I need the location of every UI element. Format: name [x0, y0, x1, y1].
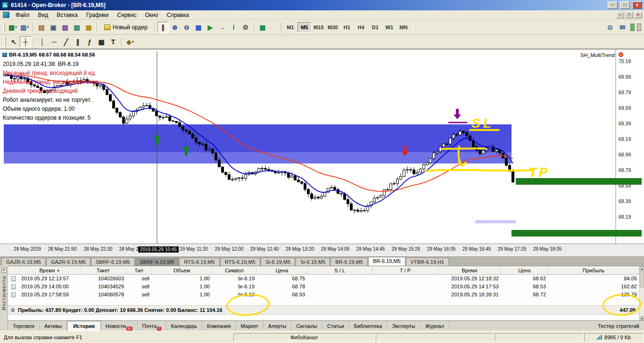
history-row[interactable]: 2019.05.29 12:13:57104026603sell1.00br-6… — [8, 275, 639, 283]
data-window-button[interactable]: ▣ — [48, 22, 59, 33]
menu-view[interactable]: Вид — [34, 11, 53, 19]
timeframe-m5-button[interactable]: M5 — [297, 22, 312, 33]
column-header-7[interactable]: S / L — [307, 266, 372, 274]
chart-tab-gazr-6-19-m5[interactable]: GAZR-6.19,M5 — [1, 258, 46, 266]
terminal-tab-активы[interactable]: Активы — [40, 321, 67, 331]
chat-button[interactable]: ✉ — [617, 22, 628, 33]
menu-charts[interactable]: Графики — [82, 11, 113, 19]
cursor-tool-button[interactable]: ↖ — [8, 36, 19, 48]
column-header-4[interactable]: Объем — [152, 266, 212, 274]
menu-help[interactable]: Справка — [163, 11, 193, 19]
terminal-panel-button[interactable]: ▨ — [71, 22, 83, 33]
terminal-tab-торговля[interactable]: Торговля — [8, 321, 40, 331]
timeframe-d1-button[interactable]: D1 — [368, 22, 382, 33]
chart-tab-rts-6-19-m5[interactable]: RTS-6.19,M5 — [179, 258, 219, 266]
search-button[interactable]: ⊙ — [604, 22, 616, 33]
shapes-tool-button[interactable]: ◆▾ — [124, 36, 136, 48]
tile-windows-button[interactable]: ▦ — [193, 22, 204, 33]
timeframe-m15-button[interactable]: M15 — [312, 22, 326, 33]
column-header-3[interactable]: Тип — [126, 266, 152, 274]
terminal-tab-маркет[interactable]: Маркет — [236, 321, 263, 331]
scroll-up-icon[interactable]: ▲ — [640, 266, 644, 271]
chart-tab-rts-6-19-m5[interactable]: RTS-6.19,M5 — [220, 258, 260, 266]
market-watch-button[interactable]: ▤ — [36, 22, 47, 33]
chart-tab-si-6-19-m5[interactable]: Si-6.19,M5 — [261, 258, 295, 266]
column-header-2[interactable]: Тикет — [81, 266, 126, 274]
terminal-tab-сигналы[interactable]: Сигналы — [291, 321, 322, 331]
chart-minimize-button[interactable]: ─ — [616, 12, 624, 18]
chart-shift-button[interactable]: → — [216, 22, 228, 33]
terminal-close-icon[interactable]: × — [1, 268, 7, 273]
restore-button[interactable]: □ — [620, 1, 630, 9]
zoom-in-button[interactable]: ⊕ — [169, 22, 181, 33]
time-axis[interactable]: 28 May 201928 May 21:5028 May 22:3028 Ma… — [0, 244, 644, 256]
chart-tab-si-6-19-m5[interactable]: Si-6.19,M5 — [296, 258, 330, 266]
info-flag-button[interactable]: i — [228, 22, 239, 33]
chart-tab-vtbr-6-19-h1[interactable]: VTBR-6.19,H1 — [406, 258, 449, 266]
templates-button[interactable]: ▩ — [83, 22, 94, 33]
terminal-tab-история[interactable]: История — [67, 321, 101, 331]
channel-tool-button[interactable]: ∥ — [72, 36, 83, 48]
terminal-scrollbar[interactable]: ▲ ▼ — [639, 266, 644, 321]
timeframe-m30-button[interactable]: M30 — [326, 22, 340, 33]
terminal-tab-эксперты[interactable]: Эксперты — [387, 321, 420, 331]
chart-tab-br-6-19-m5[interactable]: BR-6.19,M5 — [368, 257, 405, 266]
timeframe-m1-button[interactable]: M1 — [283, 22, 297, 33]
zoom-out-button[interactable]: ⊖ — [181, 22, 192, 33]
grid-tool-button[interactable]: ▦ — [96, 36, 107, 48]
chart-close-button[interactable]: × — [634, 12, 642, 18]
time-axis-label: 29 May 14:05 — [321, 246, 350, 252]
navigator-button[interactable]: ▧ — [59, 22, 71, 33]
strategy-tester-label[interactable]: Тестер стратегий — [598, 323, 644, 329]
chart-tab-gazr-6-19-m5[interactable]: GAZR-6.19,M5 — [46, 258, 91, 266]
fibonacci-tool-icon: ƒ — [88, 38, 91, 46]
timeframe-mn-button[interactable]: MN — [396, 22, 411, 33]
timeframe-h1-button[interactable]: H1 — [340, 22, 354, 33]
auto-scroll-button[interactable]: ▶ — [205, 22, 216, 33]
horizontal-line-tool-button[interactable]: ─ — [49, 36, 60, 48]
history-row[interactable]: 2019.05.29 14:05:00104034529sell1.00br-6… — [8, 283, 639, 291]
column-header-6[interactable]: Цена — [257, 266, 307, 274]
terminal-tab-почта[interactable]: Почта7 — [138, 321, 166, 331]
column-header-9[interactable]: Время — [438, 266, 501, 274]
scroll-thumb[interactable] — [640, 271, 644, 287]
fibonacci-tool-button[interactable]: ƒ — [84, 36, 95, 48]
column-header-1[interactable]: Время▲ — [19, 266, 81, 274]
history-row[interactable]: 2019.05.29 17:58:59104060578sell1.00br-6… — [8, 291, 639, 299]
menu-window[interactable]: Окно — [141, 11, 163, 19]
close-button[interactable]: × — [632, 1, 642, 9]
column-header-5[interactable]: Символ — [212, 266, 257, 274]
column-header-8[interactable]: T / P — [372, 266, 438, 274]
minimize-button[interactable]: ─ — [608, 1, 618, 9]
profiles-button[interactable]: ▥▾ — [19, 22, 30, 33]
chart-tab-br-6-19-m5[interactable]: BR-6.19,M5 — [330, 258, 368, 266]
terminal-tab-статьи[interactable]: Статьи — [322, 321, 349, 331]
chart-tab-sbrf-6-19-m5[interactable]: SBRF-6.19,M5 — [135, 258, 179, 266]
terminal-tab-библиотека[interactable]: Библиотека — [349, 321, 388, 331]
column-header-10[interactable]: Цена — [501, 266, 548, 274]
candle-body — [410, 170, 412, 170]
terminal-tab-новости[interactable]: Новости22 — [101, 321, 138, 331]
expert-settings-button[interactable]: ⚙ — [240, 22, 251, 33]
text-tool-button[interactable]: T — [107, 36, 119, 48]
timeframe-w1-button[interactable]: W1 — [382, 22, 396, 33]
menu-service[interactable]: Сервис — [113, 11, 141, 19]
bar-chart-button[interactable]: ∥ — [157, 22, 169, 33]
new-order-button[interactable]: Новый ордер — [100, 22, 152, 33]
terminal-tab-компания[interactable]: Компания — [202, 321, 236, 331]
trendline-tool-button[interactable]: ╱ — [60, 36, 72, 48]
strategy-tester-button[interactable]: ▦ — [257, 22, 268, 33]
timeframe-h4-button[interactable]: H4 — [354, 22, 368, 33]
terminal-tab-журнал[interactable]: Журнал — [421, 321, 449, 331]
terminal-tab-календарь[interactable]: Календарь — [166, 321, 203, 331]
chart-window[interactable]: 70.1969.9969.7969.5969.3969.1968.9968.79… — [0, 49, 644, 256]
menu-file[interactable]: Файл — [11, 11, 34, 19]
vertical-line-tool-button[interactable]: │ — [37, 36, 48, 48]
menu-insert[interactable]: Вставка — [52, 11, 82, 19]
terminal-tab-алерты[interactable]: Алерты — [264, 321, 292, 331]
chart-tab-sbrf-6-19-m5[interactable]: SBRF-6.19,M5 — [91, 258, 135, 266]
crosshair-tool-button[interactable]: ┼ — [20, 36, 31, 48]
chart-restore-button[interactable]: □ — [625, 12, 633, 18]
new-chart-button[interactable]: ▦▾ — [7, 22, 18, 33]
column-header-11[interactable]: Прибыль — [548, 266, 639, 274]
